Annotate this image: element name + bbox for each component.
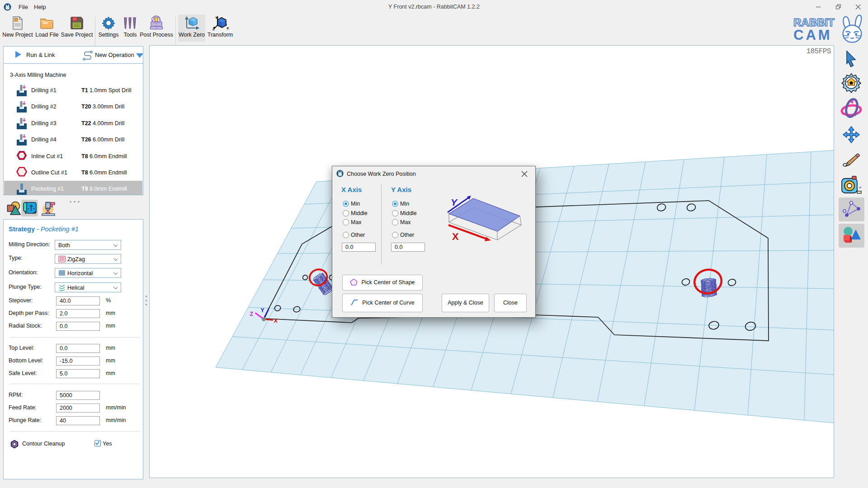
svg-text:X: X bbox=[274, 317, 278, 324]
svg-text:X: X bbox=[226, 26, 229, 30]
svg-text:Y: Y bbox=[451, 197, 458, 207]
svg-text:Z: Z bbox=[250, 311, 254, 317]
svg-text:Y: Y bbox=[261, 307, 264, 314]
svg-text:X: X bbox=[452, 231, 459, 242]
